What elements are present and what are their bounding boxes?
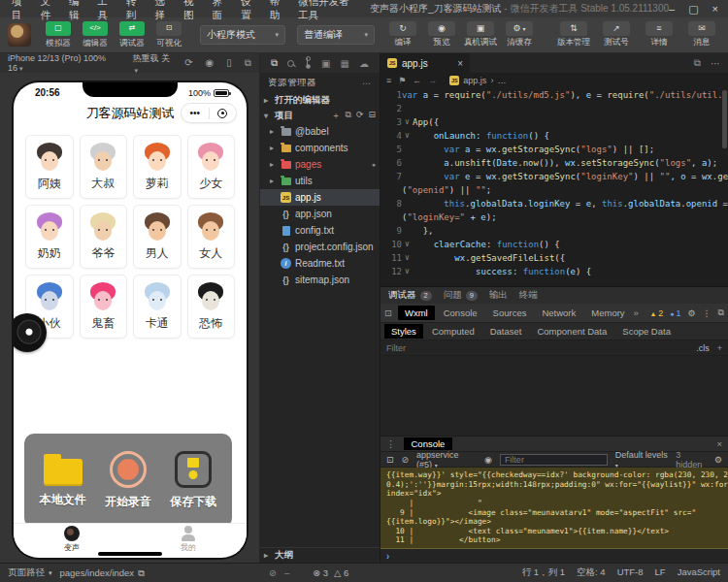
devtools-tab[interactable]: Wxml	[398, 306, 435, 320]
menu-item[interactable]: 转到	[120, 0, 149, 22]
tree-item[interactable]: app.json	[260, 206, 380, 222]
toolbar-right-button[interactable]: ⇅ 版本管理	[555, 21, 592, 48]
code-editor[interactable]: 1 var a = require("./utils/md5.js"), e =…	[381, 88, 728, 286]
device-bar-icon[interactable]: ⟳	[184, 57, 192, 69]
copy-icon[interactable]: ⧉	[138, 567, 145, 579]
voice-option-card[interactable]: 卡通	[133, 275, 182, 339]
tree-item[interactable]: ▸ @babel	[260, 123, 380, 140]
tree-item[interactable]: config.txt	[260, 222, 380, 239]
mode-select[interactable]: 小程序模式▾	[200, 25, 285, 45]
cloud-icon[interactable]: ☁	[359, 58, 369, 69]
maximize-button[interactable]: ▢	[688, 3, 698, 16]
warning-count[interactable]: 2	[649, 308, 663, 318]
fold-icon[interactable]: ∨	[402, 238, 413, 251]
encoding[interactable]: UTF-8	[617, 566, 644, 579]
tree-item[interactable]: project.config.json	[260, 239, 380, 255]
toolbar-right-button[interactable]: ≡ 详情	[641, 21, 678, 48]
menu-item[interactable]: 帮助	[264, 0, 292, 22]
forward-arrow-icon[interactable]: →	[428, 76, 437, 85]
mode-button[interactable]: ▢ 模拟器	[41, 21, 76, 49]
tab-close-icon[interactable]: ×	[457, 58, 463, 69]
console-sidebar-icon[interactable]: ⊡	[386, 455, 394, 465]
cls-toggle[interactable]: .cls	[696, 343, 710, 353]
more-tabs-icon[interactable]: »	[634, 307, 639, 318]
problems-counts[interactable]: 36	[313, 567, 348, 578]
user-avatar[interactable]	[8, 23, 31, 47]
toolbar-action-button[interactable]: ◉ 预览	[423, 21, 460, 48]
page-path-select[interactable]: 页面路径▾	[8, 566, 52, 579]
debugger-tab[interactable]: 终端	[519, 289, 538, 302]
back-arrow-icon[interactable]: ←	[413, 76, 421, 85]
voice-option-card[interactable]: 爷爷	[80, 205, 128, 269]
mode-button[interactable]: ⊡ 可视化	[151, 21, 186, 49]
fold-icon[interactable]: ∨	[402, 251, 413, 265]
bookmark-icon[interactable]: ⚑	[398, 76, 406, 85]
mode-button[interactable]: </> 编辑器	[78, 21, 113, 49]
project-action-icon[interactable]: ＋	[331, 110, 340, 122]
menu-item[interactable]: 工具	[92, 0, 120, 22]
menu-item[interactable]: 微信开发者工具	[292, 0, 360, 22]
toolbar-action-button[interactable]: ↻ 编译	[384, 21, 421, 48]
status-circle-icon[interactable]: ⊘	[269, 567, 277, 578]
devtools-settings-icon[interactable]: ⚙	[687, 308, 695, 318]
menu-item[interactable]: 设置	[235, 0, 263, 22]
tree-item[interactable]: app.js	[260, 189, 380, 206]
files-icon[interactable]: ⧉	[271, 57, 278, 69]
phone-tab[interactable]: 变声	[14, 524, 130, 554]
voice-option-card[interactable]: 恐怖	[187, 275, 236, 339]
voice-option-card[interactable]: 大叔	[80, 135, 128, 199]
console-filter-input[interactable]: Filter	[500, 454, 608, 466]
project-section[interactable]: ▾ 项目 ＋⧉⟳⊟	[260, 108, 380, 123]
debugger-tab[interactable]: 输出	[489, 289, 508, 302]
inspect-element-icon[interactable]: ⊡	[384, 307, 392, 318]
action-button[interactable]: 本地文件	[40, 453, 86, 508]
device-bar-icon[interactable]: ▯	[226, 57, 232, 69]
tree-item[interactable]: ▸ pages ●	[260, 156, 380, 173]
clear-console-icon[interactable]: ⊘	[402, 455, 410, 465]
devtools-tab[interactable]: Console	[437, 306, 484, 320]
cursor-position[interactable]: 行 1，列 1	[522, 566, 565, 579]
devtools-tab[interactable]: Sources	[486, 306, 534, 320]
menu-item[interactable]: 文件	[35, 0, 63, 22]
floating-record-button[interactable]	[14, 313, 47, 352]
mode-button[interactable]: ⇄ 调试器	[115, 21, 149, 49]
explorer-more-icon[interactable]: ⋯	[362, 78, 372, 88]
hot-reload-select[interactable]: 热重载 关▾	[132, 52, 175, 75]
phone-tab[interactable]: 我的	[130, 524, 247, 554]
console-settings-icon[interactable]: ⚙	[714, 455, 722, 465]
editor-more-icon[interactable]: ⋯	[711, 58, 720, 69]
menu-item[interactable]: 视图	[178, 0, 206, 22]
fold-icon[interactable]: ∨	[402, 265, 413, 278]
editor-tab-appjs[interactable]: app.js ×	[381, 53, 470, 73]
project-action-icon[interactable]: ⧉	[345, 110, 350, 122]
action-button[interactable]: 开始录音	[105, 451, 151, 510]
console-drawer-tab[interactable]: Console	[404, 437, 453, 450]
indentation[interactable]: 空格: 4	[577, 566, 606, 579]
split-editor-icon[interactable]: ⧉	[694, 57, 701, 69]
editor-scrollbar[interactable]	[722, 90, 727, 148]
live-expression-icon[interactable]: ◉	[484, 455, 492, 465]
minimize-button[interactable]: –	[669, 3, 675, 16]
voice-option-card[interactable]: 奶奶	[25, 205, 74, 269]
add-style-icon[interactable]: +	[717, 343, 722, 353]
action-button[interactable]: 保存下载	[170, 451, 216, 510]
toolbar-action-button[interactable]: ⚙▾ 清缓存	[501, 21, 538, 48]
list-icon[interactable]: ≡	[386, 76, 391, 85]
info-count[interactable]: 1	[670, 308, 680, 318]
styles-filter-input[interactable]: Filter	[386, 343, 406, 353]
grid-icon[interactable]: ▦	[341, 58, 349, 69]
outline-section[interactable]: ▸ 大纲	[260, 547, 380, 563]
menu-item[interactable]: 界面	[207, 0, 235, 22]
fold-icon[interactable]: ∨	[402, 115, 413, 129]
compile-mode-select[interactable]: 普通编译▾	[297, 25, 375, 45]
close-miniprogram-button[interactable]	[210, 109, 237, 118]
devtools-tab[interactable]: Network	[535, 306, 582, 320]
voice-option-card[interactable]: 女人	[187, 205, 236, 269]
more-menu-button[interactable]: •••	[182, 108, 209, 118]
menu-item[interactable]: 项目	[6, 0, 34, 22]
device-bar-icon[interactable]: ◉	[206, 57, 215, 69]
language-mode[interactable]: JavaScript	[678, 566, 720, 579]
voice-option-card[interactable]: 阿姨	[25, 135, 74, 199]
tree-item[interactable]: ▸ utils	[260, 173, 380, 189]
fold-icon[interactable]: ∨	[402, 129, 413, 143]
